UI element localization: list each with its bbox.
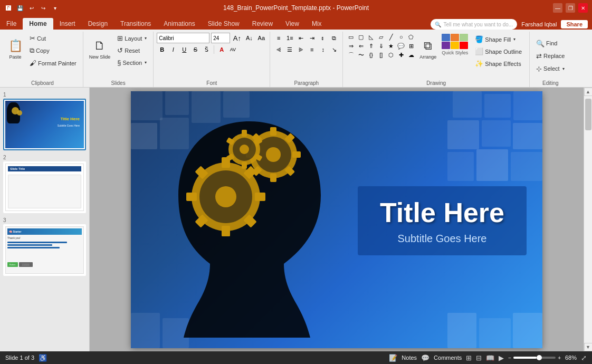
copy-button[interactable]: ⧉ Copy xyxy=(26,45,80,56)
justify-button[interactable]: ≡ xyxy=(307,44,317,55)
increase-font-button[interactable]: A↑ xyxy=(232,33,242,43)
zoom-in-button[interactable]: + xyxy=(558,355,561,361)
tab-home[interactable]: Home xyxy=(23,18,53,30)
undo-icon[interactable]: ↩ xyxy=(27,4,36,12)
shape-outline-button[interactable]: ⬜ Shape Outline xyxy=(472,46,525,57)
normal-view-icon[interactable]: ⊞ xyxy=(466,354,472,362)
slide-thumb-container-2[interactable]: Slide Title xyxy=(3,161,86,213)
zoom-out-button[interactable]: − xyxy=(508,355,511,361)
title-text-box[interactable]: Title Here Subtitle Goes Here xyxy=(358,186,527,255)
comments-button[interactable]: 💬 xyxy=(421,354,429,362)
oval-shape[interactable]: ○ xyxy=(396,33,406,41)
reset-button[interactable]: ↺ Reset xyxy=(114,45,150,56)
scroll-thumb[interactable] xyxy=(585,99,591,130)
curve-shape[interactable]: ⌒ xyxy=(346,51,356,59)
select-button[interactable]: ⊹ Select ▾ xyxy=(533,63,568,74)
heptagon-shape[interactable]: ⬡ xyxy=(386,51,396,59)
tab-insert[interactable]: Insert xyxy=(53,18,82,30)
tab-mix[interactable]: Mix xyxy=(305,18,328,30)
qs-purple[interactable] xyxy=(442,42,450,49)
tab-animations[interactable]: Animations xyxy=(157,18,201,30)
rtri-shape[interactable]: ◺ xyxy=(366,33,376,41)
numbered-list-button[interactable]: 1≡ xyxy=(284,33,295,43)
shape-fill-button[interactable]: 🪣 Shape Fill ▾ xyxy=(472,34,525,45)
arrow-left-shape[interactable]: ⇐ xyxy=(356,42,366,50)
cloud-shape[interactable]: ☁ xyxy=(406,51,416,59)
fit-to-window-button[interactable]: ⤢ xyxy=(581,354,587,362)
cross-shape[interactable]: ✚ xyxy=(396,51,406,59)
smart-art-button[interactable]: ⧉ xyxy=(329,33,339,43)
slide-canvas[interactable]: Title Here Subtitle Goes Here xyxy=(131,91,542,348)
slideshow-icon[interactable]: ▶ xyxy=(499,354,504,362)
decrease-font-button[interactable]: A↓ xyxy=(244,33,254,43)
align-center-button[interactable]: ☰ xyxy=(284,44,295,55)
tab-review[interactable]: Review xyxy=(246,18,279,30)
comments-label[interactable]: Comments xyxy=(434,355,462,361)
customize-icon[interactable]: ▾ xyxy=(51,4,59,12)
font-color-button[interactable]: A xyxy=(216,44,227,55)
font-size-input[interactable] xyxy=(211,33,230,43)
section-button[interactable]: § Section ▾ xyxy=(114,57,150,68)
shadow-button[interactable]: S̈ xyxy=(201,44,212,55)
accessibility-icon[interactable]: ♿ xyxy=(39,354,47,362)
shape-effects-button[interactable]: ✨ Shape Effects xyxy=(472,58,525,69)
bold-button[interactable]: B xyxy=(157,44,167,55)
align-right-button[interactable]: ⫸ xyxy=(295,44,306,55)
slide-thumb-container-1[interactable]: Title Here Subtitle Goes Here xyxy=(3,99,86,150)
clear-format-button[interactable]: Aa xyxy=(256,33,266,43)
char-spacing-button[interactable]: AV xyxy=(227,44,238,55)
strikethrough-button[interactable]: S xyxy=(190,44,200,55)
search-bar[interactable]: 🔍 Tell me what you want to do... xyxy=(431,19,517,30)
reading-view-icon[interactable]: 📖 xyxy=(486,354,494,362)
tab-transitions[interactable]: Transitions xyxy=(114,18,157,30)
cut-button[interactable]: ✂ Cut xyxy=(26,33,80,44)
align-left-button[interactable]: ⫷ xyxy=(273,44,284,55)
layout-button[interactable]: ⊞ Layout ▾ xyxy=(114,33,150,44)
para-shape[interactable]: ▱ xyxy=(376,33,386,41)
rounded-rect-shape[interactable]: ▢ xyxy=(356,33,366,41)
underline-button[interactable]: U xyxy=(179,44,189,55)
line-shape[interactable]: ╱ xyxy=(386,33,396,41)
minimize-button[interactable]: — xyxy=(553,3,562,13)
increase-indent-button[interactable]: ⇥ xyxy=(307,33,317,43)
zoom-slider[interactable] xyxy=(513,357,556,359)
star-shape[interactable]: ★ xyxy=(386,42,396,50)
text-direction-button[interactable]: ↘ xyxy=(329,44,339,55)
arrow-right-shape[interactable]: ⇒ xyxy=(346,42,356,50)
maximize-button[interactable]: ❐ xyxy=(566,3,575,13)
notes-button[interactable]: 📝 xyxy=(389,354,397,362)
rect-shape[interactable]: ▭ xyxy=(346,33,356,41)
scroll-down-arrow[interactable]: ▼ xyxy=(584,343,593,351)
penta-shape[interactable]: ⬠ xyxy=(406,33,416,41)
font-name-input[interactable] xyxy=(157,33,209,43)
callout-shape[interactable]: 💬 xyxy=(396,42,406,50)
italic-button[interactable]: I xyxy=(168,44,178,55)
slide-thumb-2[interactable]: 2 Slide Title xyxy=(3,155,86,213)
zoom-thumb[interactable] xyxy=(537,355,542,360)
scroll-track[interactable] xyxy=(584,96,592,343)
arrow-down-shape[interactable]: ⇓ xyxy=(376,42,386,50)
redo-icon[interactable]: ↪ xyxy=(39,4,47,12)
slide-sorter-icon[interactable]: ⊟ xyxy=(476,354,482,362)
qs-blue[interactable] xyxy=(442,34,450,41)
wave-shape[interactable]: 〜 xyxy=(356,51,366,59)
paste-button[interactable]: 📋 Paste xyxy=(5,33,25,65)
format-painter-button[interactable]: 🖌 Format Painter xyxy=(26,58,80,69)
close-button[interactable]: ✕ xyxy=(578,3,588,13)
search-placeholder[interactable]: Tell me what you want to do... xyxy=(443,22,513,27)
find-button[interactable]: 🔍 Find xyxy=(533,38,560,49)
brace-shape[interactable]: [] xyxy=(376,51,386,59)
qs-yellow[interactable] xyxy=(451,42,459,49)
qs-orange[interactable] xyxy=(451,34,459,41)
line-spacing-button[interactable]: ↕ xyxy=(318,44,328,55)
bullets-button[interactable]: ≡ xyxy=(273,33,284,43)
qs-green[interactable] xyxy=(460,34,468,41)
more-shapes[interactable]: ⊞ xyxy=(406,42,416,50)
share-button[interactable]: Share xyxy=(561,20,588,28)
arrow-up-shape[interactable]: ⇑ xyxy=(366,42,376,50)
replace-button[interactable]: ⇄ Replace xyxy=(533,51,568,62)
save-icon[interactable]: 💾 xyxy=(16,4,24,12)
arrange-button[interactable]: ⧉ Arrange xyxy=(417,33,439,65)
slide-thumb-container-3[interactable]: 🧠 Starter Thank you! Button ░░░░░ xyxy=(3,224,86,276)
slide-thumb-1[interactable]: 1 Title Here Subtitle Goes Here xyxy=(3,92,86,150)
